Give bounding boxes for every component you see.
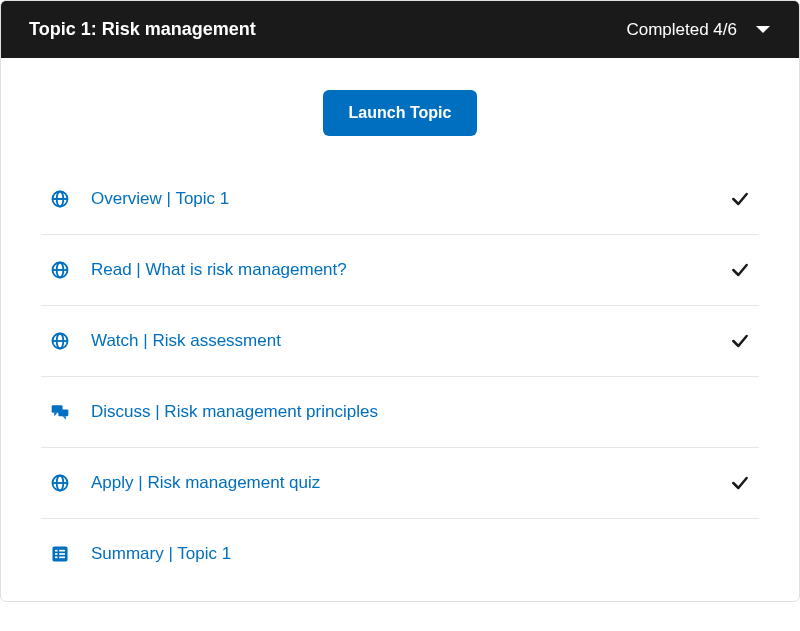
summary-icon — [49, 543, 71, 565]
completion-status: Completed 4/6 — [626, 20, 737, 40]
globe-icon — [49, 259, 71, 281]
list-item[interactable]: Overview | Topic 1 — [41, 164, 759, 235]
svg-rect-15 — [55, 550, 58, 552]
svg-rect-20 — [59, 557, 65, 559]
topic-module: Topic 1: Risk management Completed 4/6 L… — [0, 0, 800, 602]
chevron-down-icon — [755, 25, 771, 35]
check-icon — [729, 330, 751, 352]
launch-topic-button[interactable]: Launch Topic — [323, 90, 478, 136]
discuss-icon — [49, 401, 71, 423]
list-item[interactable]: Summary | Topic 1 — [41, 519, 759, 589]
module-body: Launch Topic Overview | Topic 1 — [1, 58, 799, 601]
launch-wrapper: Launch Topic — [1, 82, 799, 164]
check-placeholder — [729, 401, 751, 423]
check-icon — [729, 472, 751, 494]
globe-icon — [49, 188, 71, 210]
globe-icon — [49, 330, 71, 352]
check-icon — [729, 188, 751, 210]
check-placeholder — [729, 543, 751, 565]
module-title: Topic 1: Risk management — [29, 19, 256, 40]
list-item[interactable]: Read | What is risk management? — [41, 235, 759, 306]
check-icon — [729, 259, 751, 281]
svg-rect-19 — [55, 557, 58, 559]
list-item[interactable]: Apply | Risk management quiz — [41, 448, 759, 519]
module-status-area: Completed 4/6 — [626, 20, 771, 40]
module-header[interactable]: Topic 1: Risk management Completed 4/6 — [1, 1, 799, 58]
list-item[interactable]: Discuss | Risk management principles — [41, 377, 759, 448]
item-label: Apply | Risk management quiz — [91, 473, 729, 493]
item-label: Discuss | Risk management principles — [91, 402, 729, 422]
globe-icon — [49, 472, 71, 494]
item-label: Watch | Risk assessment — [91, 331, 729, 351]
svg-rect-10 — [58, 410, 68, 417]
svg-rect-16 — [59, 550, 65, 552]
list-item[interactable]: Watch | Risk assessment — [41, 306, 759, 377]
svg-rect-17 — [55, 553, 58, 555]
item-label: Summary | Topic 1 — [91, 544, 729, 564]
item-label: Overview | Topic 1 — [91, 189, 729, 209]
topic-item-list: Overview | Topic 1 Read | What is risk m… — [1, 164, 799, 589]
item-label: Read | What is risk management? — [91, 260, 729, 280]
svg-rect-18 — [59, 553, 65, 555]
